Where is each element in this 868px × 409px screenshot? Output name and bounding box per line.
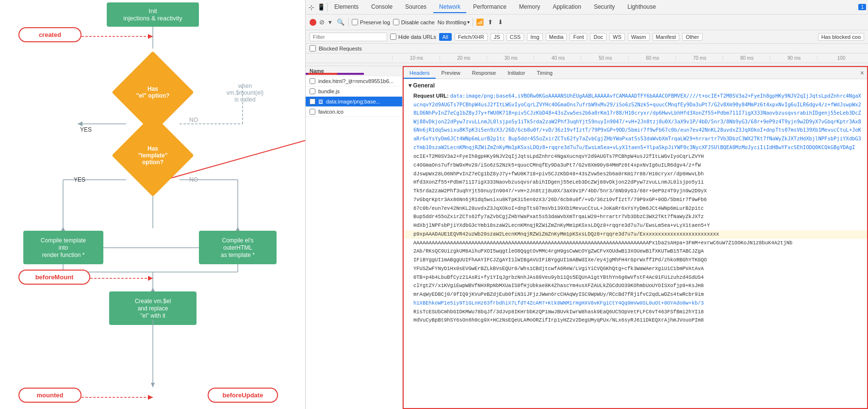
filter-tag-all[interactable]: All xyxy=(439,33,452,41)
tick-80ms: 80 ms xyxy=(722,55,770,61)
tab-memory[interactable]: Memory xyxy=(513,1,546,13)
tick-30ms: 30 ms xyxy=(487,55,534,61)
tab-performance[interactable]: Performance xyxy=(467,1,512,13)
detail-tab-timing[interactable]: Timing xyxy=(531,68,558,79)
tick-20ms: 20 ms xyxy=(440,55,487,61)
when-vm-label: when vm.$mount(el) is called xyxy=(213,83,277,103)
tick-60ms: 60 ms xyxy=(628,55,675,61)
filter-tag-ws[interactable]: WS xyxy=(609,33,625,41)
filter-tag-doc[interactable]: Doc xyxy=(590,33,606,41)
compile-el-box: Compile el's outerHTML as template * xyxy=(199,231,277,264)
network-content: Headers Name index.html?_ijt=nmcv89551b6… xyxy=(306,66,868,409)
flowchart-panel: Init injections & reactivity created Has… xyxy=(0,0,306,409)
file-row-favicon[interactable]: favicon.ico xyxy=(306,107,402,117)
tab-security[interactable]: Security xyxy=(588,1,621,13)
filter-tag-fetchxhr[interactable]: Fetch/XHR xyxy=(455,33,488,41)
file-icon-data: 🖼 xyxy=(318,99,323,104)
file-row-bundle[interactable]: bundle.js xyxy=(306,86,402,97)
inspect-icon[interactable]: ⊹ xyxy=(308,2,315,12)
throttling-select[interactable]: No throttling ▾ xyxy=(438,19,470,25)
file-name-index: index.html?_ijt=nmcv89551b6... xyxy=(318,78,393,84)
b64-line-18: h1XBEhkoWP1e5iy9T1GLnHz63frbdhiX7LfdT4Zc… xyxy=(404,299,867,308)
svg-marker-26 xyxy=(61,227,65,231)
timeline-ruler: 10 ms 20 ms 30 ms 40 ms 50 ms 60 ms 70 m… xyxy=(306,53,868,63)
detail-tab-initiator[interactable]: Initiator xyxy=(502,68,531,79)
detail-tab-headers[interactable]: Headers xyxy=(404,68,436,79)
b64-line-10: p9xpAAADAUE1EQVR42uzWb20szaW2LecnKMnqjRZ… xyxy=(404,230,867,239)
network-toolbar: ⊘ ▾ 🔍 Preserve log Disable cache No thro… xyxy=(306,15,868,30)
record-button[interactable] xyxy=(310,19,316,26)
b64-line-4: Hfd3XonZf55+Pdbm711I7igX333Naovbzusqvsra… xyxy=(404,178,867,187)
filter-tag-js[interactable]: JS xyxy=(491,33,504,41)
file-list: Headers Name index.html?_ijt=nmcv89551b6… xyxy=(306,66,403,409)
tab-console[interactable]: Console xyxy=(365,1,398,13)
detail-tabs: Headers Preview Response Initiator Timin… xyxy=(404,67,867,79)
svg-marker-16 xyxy=(151,288,155,291)
detail-tab-preview[interactable]: Preview xyxy=(436,68,466,79)
b64-line-7: 67c0b/eun7ev42NnKL28uvdxZ3JqXOkoI+dnpTts… xyxy=(404,204,867,213)
request-url-value: data:image/png;base64,iVBORw0KGoAAAANSUh… xyxy=(413,93,861,150)
tick-40ms: 40 ms xyxy=(534,55,581,61)
clear-button[interactable]: ⊘ xyxy=(319,18,325,26)
b64-line-19: RisTcESUbCmhbGIDKMWu78bqJf/3dJvp8IKHrbbK… xyxy=(404,308,867,317)
has-blocked-cookies-label[interactable]: Has blocked coo xyxy=(818,33,864,41)
tab-lighthouse[interactable]: Lighthouse xyxy=(622,1,662,13)
tab-network[interactable]: Network xyxy=(433,1,466,13)
upload-icon[interactable]: ⬆ xyxy=(487,17,494,27)
devtools-panel: ⊹ 📱 Elements Console Sources Network Per… xyxy=(306,0,868,409)
file-row-index[interactable]: index.html?_ijt=nmcv89551b6... xyxy=(306,76,402,86)
filter-input[interactable] xyxy=(310,33,387,41)
tick-100: 100 xyxy=(817,55,864,61)
request-url-row: Request URL: data:image/png;base64,iVBOR… xyxy=(404,91,867,153)
filter-tag-other[interactable]: Other xyxy=(682,33,703,41)
b64-line-9: HdXbjlNPFsbPjiYXdbG3cYmb10szaW2LecnKMnqj… xyxy=(404,222,867,230)
disable-cache-checkbox[interactable]: Disable cache xyxy=(393,19,435,25)
tick-10ms: 10 ms xyxy=(392,55,439,61)
detail-tab-response[interactable]: Response xyxy=(466,68,502,79)
b64-line-1: ocIE+T2M0SV3a2+FyeIh8gpHKy9NJV2qIjJqtsLp… xyxy=(404,153,867,161)
yes-label-2: YES xyxy=(74,176,85,183)
preserve-log-checkbox[interactable]: Preserve log xyxy=(352,19,390,25)
tab-application[interactable]: Application xyxy=(547,1,587,13)
b64-line-15: 0TB+p4b4LbuBfCyz21AsRi+fy1YIqJgrbzNnhJAs… xyxy=(404,273,867,282)
filter-tag-media[interactable]: Media xyxy=(546,33,567,41)
filter-tag-css[interactable]: CSS xyxy=(507,33,524,41)
filter-tag-wasm[interactable]: Wasm xyxy=(628,33,650,41)
filter-icon[interactable]: ▾ xyxy=(328,17,333,27)
wifi-icon: 📶 xyxy=(476,18,484,26)
file-row-data-image[interactable]: 🖼 data:image/png;base... xyxy=(306,97,402,107)
before-mount-label: beforeMount xyxy=(18,270,90,285)
file-name-data: data:image/png;base... xyxy=(326,99,398,104)
filter-tag-img[interactable]: Img xyxy=(527,33,542,41)
blocked-requests-label: Blocked Requests xyxy=(319,46,362,51)
before-update-label: beforeUpdate xyxy=(208,388,278,403)
has-template-diamond: Has "template" option? xyxy=(124,126,182,185)
tab-sources[interactable]: Sources xyxy=(399,1,432,13)
b64-line-17: mrAqWyEDBCj0/9fIQ9jKVuPeBZdjEub0fiN3iJFj… xyxy=(404,290,867,299)
search-icon[interactable]: 🔍 xyxy=(336,17,345,27)
b64-line-14: YFUSZwFYNyD1Hx0sEVGwErBZLkBVsEQUr0/Whs1C… xyxy=(404,265,867,273)
b64-line-16: clYgtZY/x1KVgiEwpWBVfNHXRpNbMXUaIS0fHjUb… xyxy=(404,282,867,290)
detail-close-button[interactable]: × xyxy=(860,69,864,77)
tab-elements[interactable]: Elements xyxy=(328,1,364,13)
filter-tag-manifest[interactable]: Manifest xyxy=(653,33,680,41)
no-label-1: NO xyxy=(189,117,198,123)
filter-tag-font[interactable]: Font xyxy=(570,33,587,41)
b64-line-13: IFiBYggUI1mABggUUIFhAAYIFCJZgAYI1lWIBgAV… xyxy=(404,256,867,265)
svg-marker-27 xyxy=(236,227,240,231)
hide-data-urls-checkbox[interactable]: Hide data URLs xyxy=(390,34,436,40)
compile-template-box: Compile template into render function * xyxy=(23,231,103,264)
has-el-diamond: Has "el" option? xyxy=(124,63,182,121)
b64-line-11: AAAAAAAAAAAAAAAAAAAAAAAAAAAAAAAAAAAAAAAA… xyxy=(404,239,867,248)
tick-90ms: 90 ms xyxy=(770,55,817,61)
created-label: created xyxy=(18,27,82,42)
b64-line-8: Bup5ddr455oZxirZCTs62fy7aZvbCgjZHbYWaPxa… xyxy=(404,213,867,222)
download-icon[interactable]: ⬇ xyxy=(497,17,504,27)
blocked-requests-checkbox[interactable] xyxy=(310,45,316,51)
device-icon[interactable]: 📱 xyxy=(316,2,326,12)
init-box: Init injections & reactivity xyxy=(107,2,199,27)
tick-50ms: 50 ms xyxy=(581,55,628,61)
b64-line-12: 2Ab/RKsQC9UizgkUM8AihuPXOI5wqgtleO8QqgtO… xyxy=(404,247,867,256)
b64-line-2: c4OGmaOns7ufrbW9xMv29/iSo6zS2Nzk5+quucCM… xyxy=(404,161,867,170)
detail-panel: × Headers Preview Response Initiator Tim… xyxy=(403,66,868,409)
